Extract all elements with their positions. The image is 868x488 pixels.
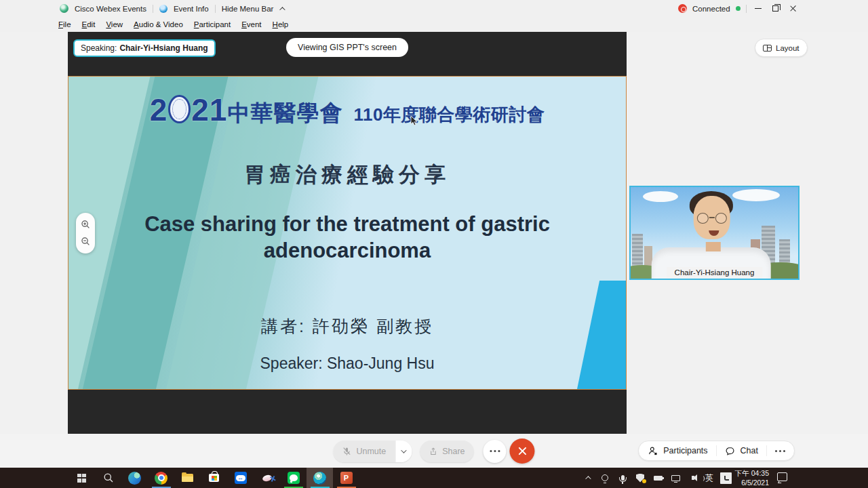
network-icon xyxy=(671,475,680,481)
taskbar-clock[interactable]: 下午 04:35 6/5/2021 xyxy=(731,469,769,488)
participants-icon xyxy=(648,446,658,456)
shared-screen-viewport: Speaking: Chair-Yi-Hsiang Huang Viewing … xyxy=(68,32,627,434)
shield-icon xyxy=(636,474,644,483)
panel-buttons: Participants Chat xyxy=(638,441,795,461)
taskbar-webex[interactable] xyxy=(307,468,333,488)
close-icon xyxy=(789,5,797,12)
clock-date: 6/5/2021 xyxy=(731,479,769,488)
speaker-icon xyxy=(692,476,694,480)
menu-bar: File Edit View Audio & Video Participant… xyxy=(0,17,868,32)
webex-app-icon xyxy=(313,472,326,485)
participants-button[interactable]: Participants xyxy=(663,446,707,455)
start-button[interactable] xyxy=(68,468,95,488)
tray-app-button[interactable] xyxy=(599,472,610,484)
participant-neck xyxy=(705,242,720,251)
speaking-name: Chair-Yi-Hsiang Huang xyxy=(119,43,208,53)
layout-button[interactable]: Layout xyxy=(755,39,808,57)
zoom-in-button[interactable] xyxy=(81,220,91,230)
windows-taskbar: ↔ 英 下午 04:35 6/5/2021 xyxy=(0,468,868,488)
taskbar-chrome[interactable] xyxy=(148,468,174,488)
close-button[interactable] xyxy=(787,0,800,17)
powerpoint-icon xyxy=(340,472,353,484)
windows-logo-icon xyxy=(77,474,86,483)
microsoft-store-icon xyxy=(209,474,219,482)
edge-icon xyxy=(128,472,141,485)
slide-title-line: 221中華醫學會110年度聯合學術研討會 xyxy=(68,92,626,129)
speaking-label: Speaking: xyxy=(81,43,117,53)
minimize-button[interactable] xyxy=(752,0,764,17)
audio-options-dropdown[interactable] xyxy=(395,441,412,462)
leave-meeting-button[interactable] xyxy=(510,439,535,464)
record-status-icon xyxy=(678,4,687,13)
window-titlebar: Cisco Webex Events Event Info Hide Menu … xyxy=(0,0,868,17)
meeting-stage: Speaking: Chair-Yi-Hsiang Huang Viewing … xyxy=(0,32,868,434)
taskbar-teamviewer[interactable]: ↔ xyxy=(227,468,254,488)
viewing-banner: Viewing GIS PPT's screen xyxy=(286,38,408,57)
menu-view[interactable]: View xyxy=(106,20,123,28)
menu-file[interactable]: File xyxy=(58,20,71,28)
more-options-button[interactable] xyxy=(484,440,507,463)
chat-button[interactable]: Chat xyxy=(741,446,758,455)
search-icon xyxy=(103,472,114,483)
tray-network-button[interactable] xyxy=(670,472,681,484)
presentation-slide: 221中華醫學會110年度聯合學術研討會 胃癌治療經驗分享 Case shari… xyxy=(68,76,627,390)
ime-mode-icon xyxy=(724,476,729,481)
slide-year-prefix: 2 xyxy=(150,92,168,127)
zoom-out-button[interactable] xyxy=(81,237,91,247)
snipping-tool-icon xyxy=(262,474,273,482)
divider xyxy=(746,5,747,13)
tray-language-button[interactable]: 英 xyxy=(705,472,713,484)
event-info-link[interactable]: Event Info xyxy=(174,5,209,13)
taskbar-ms-store[interactable] xyxy=(201,468,227,488)
chrome-icon xyxy=(155,472,167,485)
tray-volume-button[interactable] xyxy=(688,472,698,484)
taskbar-edge[interactable] xyxy=(121,468,148,488)
tray-microphone-button[interactable] xyxy=(617,472,628,484)
connected-status[interactable]: Connected xyxy=(692,5,730,13)
unmute-button[interactable]: Unmute xyxy=(333,441,395,462)
divider xyxy=(215,5,216,13)
divider xyxy=(153,5,153,13)
tray-ime-button[interactable] xyxy=(720,472,732,484)
menu-event[interactable]: Event xyxy=(241,20,261,28)
restore-button[interactable] xyxy=(770,0,782,17)
action-center-button[interactable] xyxy=(777,472,787,481)
divider xyxy=(766,445,767,456)
microphone-icon xyxy=(621,475,625,481)
taskbar-line[interactable] xyxy=(280,468,307,488)
taskbar-file-explorer[interactable] xyxy=(174,468,201,488)
file-explorer-icon xyxy=(182,474,193,482)
unmute-split-button: Unmute xyxy=(333,441,412,462)
more-dots-icon xyxy=(490,450,500,452)
participant-video-tile[interactable]: Chair-Yi-Hsiang Huang xyxy=(629,186,800,280)
divider xyxy=(716,445,717,456)
layout-grid-icon xyxy=(763,45,772,52)
app-title: Cisco Webex Events xyxy=(75,5,146,13)
meeting-control-bar: Unmute Share Participants xyxy=(0,434,868,468)
slide-heading-en: Case sharing for the treatment of gastri… xyxy=(68,211,626,264)
mouse-cursor xyxy=(410,116,418,127)
taskbar-powerpoint[interactable] xyxy=(333,468,359,488)
slide-heading-en-line1: Case sharing for the treatment of gastri… xyxy=(68,211,626,237)
hide-menu-bar-button[interactable]: Hide Menu Bar xyxy=(222,5,274,13)
chevron-up-icon xyxy=(280,7,285,12)
slide-lecturer-line: 講者: 許劭榮 副教授 xyxy=(68,315,626,338)
tray-show-hidden-button[interactable] xyxy=(582,472,593,484)
cloud-shape xyxy=(732,189,780,201)
menu-audio-video[interactable]: Audio & Video xyxy=(134,20,183,28)
unmute-label: Unmute xyxy=(356,447,386,456)
tray-battery-button[interactable] xyxy=(652,472,663,484)
connection-green-dot xyxy=(736,6,741,11)
share-button[interactable]: Share xyxy=(420,441,473,462)
active-speaker-badge: Speaking: Chair-Yi-Hsiang Huang xyxy=(73,39,216,57)
menu-help[interactable]: Help xyxy=(273,20,289,28)
menu-edit[interactable]: Edit xyxy=(82,20,96,28)
more-panels-button[interactable] xyxy=(775,450,785,452)
slide-conference-name: 110年度聯合學術研討會 xyxy=(353,104,545,125)
menu-participant[interactable]: Participant xyxy=(194,20,231,28)
taskbar-search-button[interactable] xyxy=(95,468,121,488)
clock-time: 下午 04:35 xyxy=(731,469,769,479)
cloud-shape xyxy=(643,191,678,202)
taskbar-snipping-tool[interactable] xyxy=(254,468,280,488)
tray-security-button[interactable] xyxy=(635,472,646,484)
